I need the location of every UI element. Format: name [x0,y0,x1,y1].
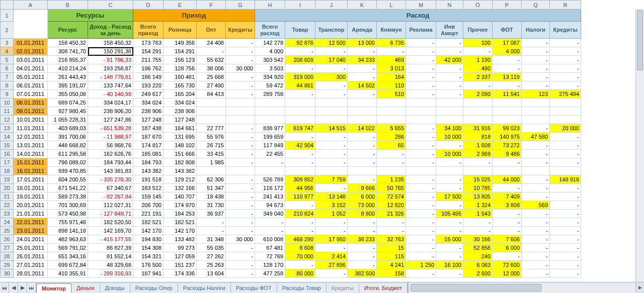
cell-H9[interactable]: 289 758 [255,90,285,99]
row-header-1[interactable]: 1 [1,10,14,22]
row-header-20[interactable]: 20 [1,184,14,192]
cell-N7[interactable]: - [436,73,463,81]
cell-J14[interactable]: - [315,133,348,141]
sheet-tab-4[interactable]: Расходы Налоги [178,283,231,293]
cell-K18[interactable] [348,167,377,175]
cell-N9[interactable]: - [436,90,463,99]
cell-J23[interactable]: 1 052 [315,210,348,218]
cell-Q22[interactable]: 569 [522,201,550,210]
cell-L30[interactable]: 158 [377,269,406,278]
cell-B23[interactable]: 573 450,98 [48,210,88,218]
cell-F29[interactable]: 25 263 [197,261,226,269]
cell-D20[interactable]: 183 512 [133,184,164,192]
cell-M20[interactable]: - [406,184,436,192]
cell-E29[interactable]: 151 237 [164,261,197,269]
cell-J27[interactable]: - [315,244,348,252]
cell-H24[interactable]: - [255,218,285,227]
cell-B9[interactable]: 355 050,08 [48,90,88,99]
cell-A11[interactable]: 09.01.2011 [14,107,48,116]
cell-M9[interactable]: - [406,90,436,99]
cell-M29[interactable]: 1 250 [406,261,436,269]
cell-A12[interactable]: 10.01.2011 [14,116,48,124]
cell-G13[interactable]: - [226,124,255,133]
cell-C27[interactable]: 86 827,39 [88,244,133,252]
cell-L22[interactable]: 12 820 [377,201,406,210]
subheader-H[interactable]: Всего расход [255,22,285,39]
cell-M4[interactable]: - [406,47,436,56]
cell-E5[interactable]: 156 123 [164,56,197,64]
cell-K16[interactable]: - [348,150,377,158]
col-header-Q[interactable]: Q [522,1,550,10]
cell-A4[interactable]: 02.01.2011 [14,47,48,56]
cell-B3[interactable]: 158 450,32 [48,39,88,47]
cell-O27[interactable]: 52 858 [463,244,493,252]
cell-K20[interactable]: 9 666 [348,184,377,192]
cell-R28[interactable]: - [550,252,581,261]
cell-B11[interactable]: 927 980,45 [48,107,88,116]
cell-C8[interactable]: 133 747,64 [88,81,133,90]
cell-D25[interactable]: 142 170 [133,227,164,235]
cell-Q11[interactable] [522,107,550,116]
cell-P17[interactable]: - [493,158,522,167]
cell-F20[interactable]: 51 347 [197,184,226,192]
horizontal-scrollbar[interactable]: ▶ [408,282,644,293]
cell-G6[interactable]: 30 000 [226,64,255,73]
cell-H16[interactable]: 22 455 [255,150,285,158]
cell-A17[interactable]: 15.01.2011 [14,158,48,167]
cell-M12[interactable] [406,116,436,124]
cell-B28[interactable]: 651 343,16 [48,252,88,261]
cell-F22[interactable]: 31 730 [197,201,226,210]
cell-D7[interactable]: 186 149 [133,73,164,81]
cell-M22[interactable]: - [406,201,436,210]
cell-N15[interactable]: - [436,141,463,150]
cell-Q21[interactable]: - [522,192,550,201]
cell-E30[interactable]: 174 336 [164,269,197,278]
cell-K24[interactable]: - [348,218,377,227]
cell-E17[interactable]: 182 808 [164,158,197,167]
cell-Q16[interactable]: - [522,150,550,158]
cell-A19[interactable]: 17.01.2011 [14,175,48,184]
cell-P14[interactable]: 140 975 [493,133,522,141]
col-header-R[interactable]: R [550,1,581,10]
cell-O23[interactable]: 1 543 [463,210,493,218]
row-header-12[interactable]: 12 [1,116,14,124]
cell-O4[interactable]: - [463,47,493,56]
cell-J10[interactable] [315,99,348,107]
cell-L18[interactable] [377,167,406,175]
blank-a1[interactable] [14,10,48,39]
cell-I3[interactable]: 92 876 [285,39,315,47]
cell-D22[interactable]: 206 700 [133,201,164,210]
cell-E24[interactable]: 182 521 [164,218,197,227]
cell-D13[interactable]: 187 438 [133,124,164,133]
cell-A24[interactable]: 22.01.2011 [14,218,48,227]
cell-I20[interactable]: 44 956 [285,184,315,192]
cell-H3[interactable]: 142 278 [255,39,285,47]
cell-R4[interactable]: - [550,47,581,56]
row-header-16[interactable]: 16 [1,150,14,158]
cell-K25[interactable]: - [348,227,377,235]
cell-E9[interactable]: 165 204 [164,90,197,99]
cell-P4[interactable]: 4 000 [493,47,522,56]
cell-A28[interactable]: 26.01.2011 [14,252,48,261]
cell-O18[interactable] [463,167,493,175]
cell-N5[interactable]: 42 000 [436,56,463,64]
grid-area[interactable]: ABCDEFGHIJKLMNOPQR1РесурсыПриходРасход2Р… [0,0,644,282]
cell-R16[interactable]: - [550,150,581,158]
cell-K8[interactable]: 14 502 [348,81,377,90]
cell-K15[interactable]: - [348,141,377,150]
cell-D4[interactable]: 154 291 [133,47,164,56]
group-income[interactable]: Приход [133,10,255,22]
cell-E21[interactable]: 140 707 [164,192,197,201]
col-header-I[interactable]: I [285,1,315,10]
cell-Q24[interactable]: - [522,218,550,227]
cell-M3[interactable]: - [406,39,436,47]
cell-P28[interactable]: - [493,252,522,261]
cell-G30[interactable]: - [226,269,255,278]
cell-Q12[interactable] [522,116,550,124]
cell-P27[interactable]: 6 000 [493,244,522,252]
cell-R6[interactable]: - [550,64,581,73]
cell-Q25[interactable]: - [522,227,550,235]
cell-C30[interactable]: - 289 316,93 [88,269,133,278]
cell-D10[interactable]: 334 024 [133,99,164,107]
row-header-3[interactable]: 3 [1,39,14,47]
